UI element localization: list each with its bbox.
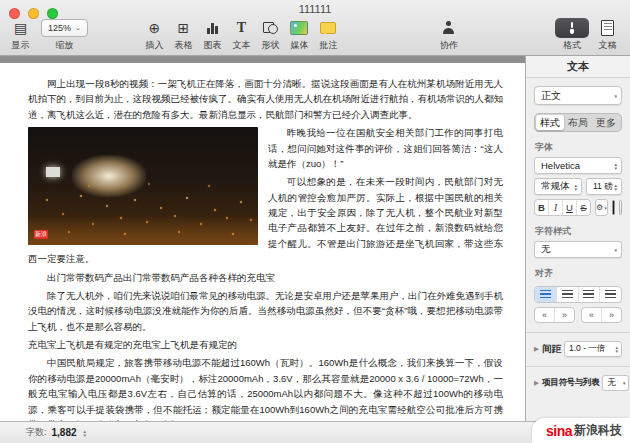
- indent-group-right: « »: [581, 307, 622, 323]
- updown-arrows-icon: ▴▾: [574, 183, 577, 191]
- char-style-dropdown[interactable]: 无 ▾: [534, 241, 622, 258]
- sina-watermark: sina 新浪科技: [532, 418, 630, 443]
- alignment-buttons: [534, 286, 622, 303]
- align-right-button[interactable]: [579, 287, 601, 302]
- divider: [526, 366, 630, 367]
- format-brush-icon: [570, 22, 574, 34]
- document-button[interactable]: 文稿: [593, 17, 622, 52]
- font-section-label: 字体: [535, 141, 622, 154]
- text-color-well[interactable]: [612, 200, 615, 215]
- tab-style[interactable]: 样式: [536, 115, 564, 130]
- zoom-control[interactable]: 125% ⌄ 缩放: [41, 17, 88, 52]
- zoom-dropdown[interactable]: 125% ⌄: [41, 19, 88, 37]
- photo-watermark-badge: 新浪: [34, 230, 48, 239]
- spacing-dropdown[interactable]: 1.0 - 一倍 ▴▾: [564, 341, 622, 357]
- word-count-label: 字数:: [26, 426, 47, 439]
- align-justify-icon: [605, 290, 616, 299]
- indent-group-left: « »: [534, 307, 575, 323]
- shape-button[interactable]: 形状: [256, 17, 285, 52]
- panel-toggle-group: 格式 文稿: [555, 17, 622, 52]
- sina-tech-label: 新浪科技: [574, 422, 622, 439]
- insert-button[interactable]: ⊕ 插入: [140, 17, 169, 52]
- advanced-options-button[interactable]: ⚙▾: [595, 199, 608, 216]
- decrease-indent-button[interactable]: «: [535, 308, 555, 322]
- tab-more[interactable]: 更多: [592, 115, 620, 130]
- italic-button[interactable]: I: [549, 200, 563, 215]
- comment-button[interactable]: 批注: [314, 17, 343, 52]
- align-right-icon: [583, 290, 594, 299]
- text-button[interactable]: T 文本: [227, 17, 256, 52]
- chevron-down-icon: ▾: [604, 205, 607, 211]
- color-picker-button[interactable]: [619, 200, 622, 215]
- text-icon: T: [237, 20, 246, 36]
- text-style-buttons: B I U S: [534, 199, 591, 216]
- align-center-button[interactable]: [557, 287, 579, 302]
- collaborate-button[interactable]: 协作: [434, 17, 463, 52]
- paragraph-heading: 充电宝上飞机是有规定的充电宝上飞机是有规定的: [28, 337, 503, 352]
- document-canvas[interactable]: 网上出现一段8秒的视频：一架飞机正在降落，画面十分清晰。据说这段画面是有人在杭州…: [0, 63, 525, 421]
- updown-arrows-icon: ▴▾: [614, 162, 617, 170]
- chevron-down-icon: ▾: [614, 248, 617, 252]
- view-button[interactable]: ▤ 显示: [6, 17, 35, 52]
- align-left-icon: [540, 290, 551, 299]
- spacing-label: 间距: [542, 343, 561, 356]
- sina-logo: sina: [546, 423, 572, 439]
- paragraph: 中国民航局规定，旅客携带移动电源不能超过160Wh（瓦时）。160Wh是什么概念…: [28, 355, 503, 421]
- paragraph: 出门常带数码产品出门常带数码产品各种各样的充电宝: [28, 270, 503, 285]
- toolbar-items: ▤ 显示 125% ⌄ 缩放 ⊕ 插入 ⊞ 表格: [6, 17, 624, 52]
- tab-layout[interactable]: 布局: [564, 115, 592, 130]
- concert-photo[interactable]: 新浪: [28, 127, 258, 245]
- increase-indent-button[interactable]: »: [555, 308, 574, 322]
- disclosure-triangle-icon[interactable]: ▶: [534, 379, 539, 387]
- font-family-dropdown[interactable]: Helvetica ▴▾: [534, 157, 622, 174]
- stage-screen: [46, 167, 60, 177]
- updown-arrows-icon: ▴▾: [614, 183, 617, 191]
- format-button[interactable]: 格式: [555, 17, 589, 52]
- disclosure-triangle-icon[interactable]: ▶: [534, 345, 539, 353]
- word-count-dropdown[interactable]: ▴▾: [84, 429, 87, 437]
- chevron-down-icon: ▾: [614, 94, 617, 98]
- outdent-button[interactable]: «: [582, 308, 602, 322]
- inspector-title: 文本: [526, 56, 630, 78]
- divider: [526, 332, 630, 333]
- inspector-tabs: 样式 布局 更多: [534, 113, 622, 132]
- paragraph: 除了无人机外，咱们先来说说咱们最常见的移动电源。无论是安卓用户还是苹果用户，出门…: [28, 288, 503, 334]
- toolbar: 111111 ▤ 显示 125% ⌄ 缩放 ⊕ 插入: [0, 0, 630, 56]
- media-button[interactable]: 媒体: [285, 17, 314, 52]
- strikethrough-button[interactable]: S: [577, 200, 590, 215]
- main-area: 网上出现一段8秒的视频：一架飞机正在降落，画面十分清晰。据说这段画面是有人在杭州…: [0, 56, 630, 421]
- word-count-value: 1,882: [52, 427, 77, 438]
- align-left-button[interactable]: [535, 287, 557, 302]
- indent-controls: « » « »: [534, 307, 622, 323]
- indent-button[interactable]: »: [602, 308, 621, 322]
- align-justify-button[interactable]: [600, 287, 621, 302]
- chevron-down-icon: ⌄: [75, 24, 81, 32]
- format-inspector: 文本 正文 ▾ 样式 布局 更多 字体 Helvetica ▴▾: [525, 56, 630, 421]
- media-icon: [290, 21, 308, 35]
- lists-row: ▶ 项目符号与列表 无 ▾: [534, 375, 622, 391]
- document-area: 网上出现一段8秒的视频：一架飞机正在降落，画面十分清晰。据说这段画面是有人在杭州…: [0, 56, 525, 421]
- bold-button[interactable]: B: [535, 200, 549, 215]
- comment-icon: [320, 22, 336, 34]
- view-icon: ▤: [14, 21, 27, 35]
- paragraph-style-dropdown[interactable]: 正文 ▾: [534, 86, 622, 105]
- crowd-lights: [28, 127, 30, 129]
- insert-group: ⊕ 插入 ⊞ 表格 图表 T 文本 形状: [140, 17, 343, 52]
- crowd-band: [28, 215, 258, 245]
- font-weight-dropdown[interactable]: 常规体 ▴▾: [534, 178, 582, 195]
- lists-dropdown[interactable]: 无 ▾: [602, 375, 629, 391]
- shape-icon: [263, 21, 278, 34]
- gear-icon: ⚙: [596, 203, 603, 212]
- table-button[interactable]: ⊞ 表格: [169, 17, 198, 52]
- spacing-row: ▶ 间距 1.0 - 一倍 ▴▾: [534, 341, 622, 357]
- underline-button[interactable]: U: [563, 200, 577, 215]
- font-size-stepper[interactable]: 11 磅 ▴▾: [586, 178, 622, 195]
- lists-label: 项目符号与列表: [542, 377, 599, 389]
- paragraph: 网上出现一段8秒的视频：一架飞机正在降落，画面十分清晰。据说这段画面是有人在杭州…: [28, 76, 503, 122]
- table-icon: ⊞: [178, 21, 190, 35]
- alignment-label: 对齐: [535, 267, 622, 280]
- insert-icon: ⊕: [149, 21, 161, 35]
- chart-button[interactable]: 图表: [198, 17, 227, 52]
- updown-arrows-icon: ▾: [623, 381, 626, 385]
- stage-light-glow: [72, 155, 146, 197]
